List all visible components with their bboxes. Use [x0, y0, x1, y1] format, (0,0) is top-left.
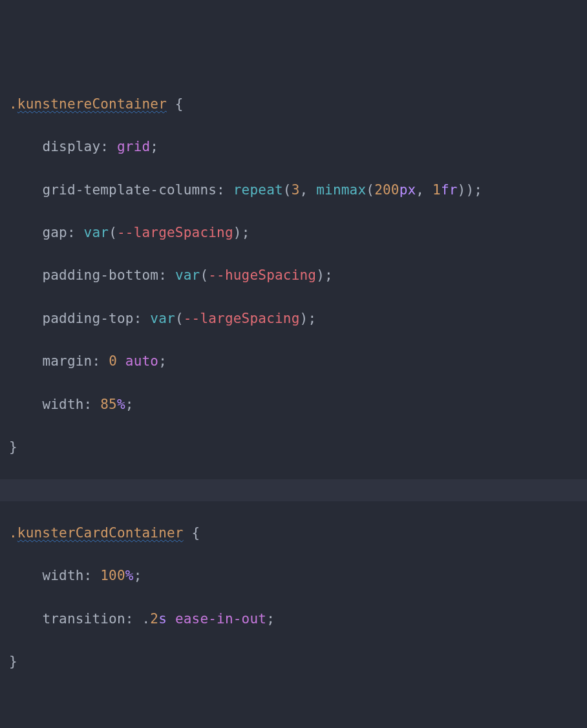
css-value-token: ( [366, 182, 374, 198]
colon: : [84, 568, 101, 583]
css-value-token: 1 [432, 182, 441, 198]
semicolon: ; [150, 139, 158, 154]
semicolon: ; [158, 353, 167, 369]
css-property: display [42, 139, 100, 154]
semicolon: ; [242, 225, 250, 240]
code-line[interactable]: transition: .2s ease-in-out; [9, 608, 587, 630]
css-value-token: ) [233, 225, 242, 240]
open-brace: { [167, 96, 184, 112]
css-selector-prefix: . [9, 525, 17, 541]
css-value-token: , [300, 182, 317, 198]
css-value-token: fr [441, 182, 458, 198]
css-value-token [167, 611, 175, 627]
css-property: margin [42, 353, 92, 369]
semicolon: ; [125, 397, 134, 412]
colon: : [134, 311, 151, 326]
css-value-token: grid [117, 139, 150, 154]
colon: : [67, 225, 84, 240]
colon: : [125, 611, 142, 627]
semicolon: ; [474, 182, 482, 198]
code-line[interactable]: gap: var(--largeSpacing); [9, 222, 587, 244]
css-property: transition [42, 611, 125, 627]
css-value-token: --largeSpacing [184, 311, 300, 326]
css-value-token: --hugeSpacing [208, 267, 316, 283]
code-line[interactable]: } [9, 651, 587, 672]
css-value-token: 200 [374, 182, 400, 198]
css-value-token: ( [109, 225, 117, 240]
css-value-token: ) [316, 267, 325, 283]
css-property: padding-bottom [42, 267, 158, 283]
css-value-token: ( [283, 182, 292, 198]
css-value-token: --largeSpacing [117, 225, 233, 240]
css-value-token [117, 353, 125, 369]
css-value-token: ( [175, 311, 184, 326]
code-line[interactable]: padding-top: var(--largeSpacing); [9, 308, 587, 329]
css-value-token: var [84, 225, 109, 240]
code-line[interactable]: margin: 0 auto; [9, 351, 587, 372]
css-value-token: repeat [233, 182, 283, 198]
close-brace: } [9, 439, 17, 455]
code-line[interactable]: width: 85%; [9, 394, 587, 415]
spellcheck-squiggle: kunsterCardContainer [17, 525, 184, 541]
colon: : [92, 353, 109, 369]
css-value-token: ( [200, 267, 208, 283]
css-value-token: 100 [100, 568, 125, 583]
css-value-token: . [142, 611, 151, 627]
semicolon: ; [266, 611, 275, 627]
css-value-token: auto [125, 353, 158, 369]
css-value-token: ) [458, 182, 466, 198]
code-editor[interactable]: .kunstnereContainer { display: grid; gri… [9, 94, 587, 728]
css-value-token: , [416, 182, 432, 198]
current-line-highlight[interactable] [0, 479, 587, 501]
css-value-token: 0 [109, 353, 117, 369]
semicolon: ; [308, 311, 316, 326]
css-property: grid-template-columns [42, 182, 217, 198]
open-brace: { [184, 525, 200, 541]
css-value-token: ease-in-out [175, 611, 266, 627]
css-value-token: 3 [292, 182, 300, 198]
css-property: width [42, 568, 83, 583]
code-line[interactable]: padding-bottom: var(--hugeSpacing); [9, 265, 587, 286]
colon: : [217, 182, 233, 198]
spellcheck-squiggle: kunstnereContainer [17, 96, 167, 112]
css-value-token: var [175, 267, 200, 283]
code-line[interactable]: grid-template-columns: repeat(3, minmax(… [9, 180, 587, 201]
semicolon: ; [134, 568, 142, 583]
code-line[interactable]: display: grid; [9, 136, 587, 158]
css-value-token: % [125, 568, 134, 583]
css-value-token: px [400, 182, 416, 198]
code-line[interactable]: width: 100%; [9, 565, 587, 587]
semicolon: ; [325, 267, 333, 283]
colon: : [84, 397, 101, 412]
css-property: padding-top [42, 311, 133, 326]
css-value-token: 2 [150, 611, 158, 627]
css-value-token: minmax [316, 182, 366, 198]
blank-line[interactable] [9, 694, 587, 715]
css-property: gap [42, 225, 67, 240]
colon: : [100, 139, 117, 154]
css-selector-prefix: . [9, 96, 17, 112]
css-property: width [42, 397, 83, 412]
css-value-token: ) [300, 311, 308, 326]
css-value-token: 85 [100, 397, 117, 412]
code-line[interactable]: .kunstnereContainer { [9, 94, 587, 115]
css-value-token: s [158, 611, 167, 627]
css-value-token: % [117, 397, 125, 412]
colon: : [158, 267, 175, 283]
css-value-token: var [150, 311, 175, 326]
code-line[interactable]: .kunsterCardContainer { [9, 523, 587, 544]
close-brace: } [9, 654, 17, 669]
code-line[interactable]: } [9, 437, 587, 458]
css-value-token: ) [465, 182, 474, 198]
